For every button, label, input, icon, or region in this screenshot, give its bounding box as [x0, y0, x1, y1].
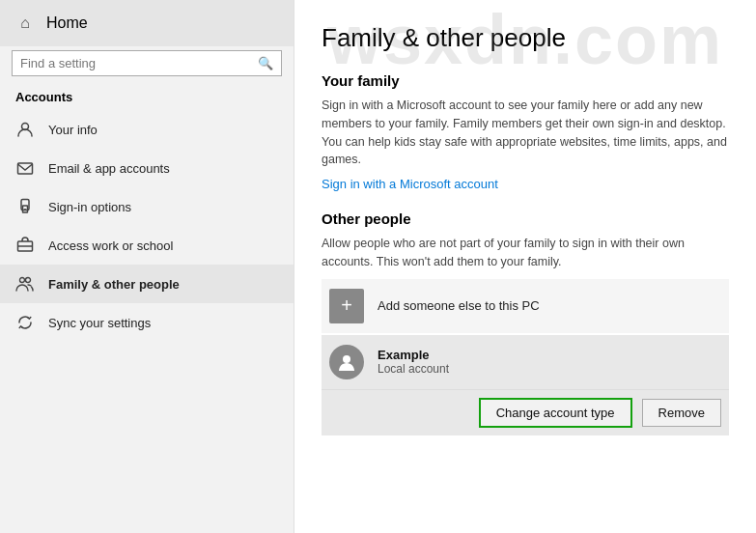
search-box[interactable]: 🔍 — [12, 50, 282, 76]
sidebar-item-email-app[interactable]: Email & app accounts — [0, 149, 294, 187]
sidebar-item-label-work-school: Access work or school — [48, 238, 173, 253]
ms-account-link[interactable]: Sign in with a Microsoft account — [322, 177, 729, 191]
user-row[interactable]: Example Local account — [322, 335, 729, 389]
user-type: Local account — [378, 362, 721, 376]
svg-point-4 — [24, 209, 26, 210]
svg-point-8 — [343, 355, 350, 363]
your-info-icon — [15, 120, 35, 139]
sidebar-item-sync[interactable]: Sync your settings — [0, 303, 294, 342]
svg-point-7 — [26, 278, 31, 283]
page-title: Family & other people — [322, 23, 729, 53]
main-content: wsxdn.com Family & other people Your fam… — [294, 0, 756, 533]
your-family-title: Your family — [322, 72, 729, 89]
svg-point-6 — [20, 278, 25, 283]
add-person-label: Add someone else to this PC — [378, 298, 540, 313]
your-family-section: Your family Sign in with a Microsoft acc… — [322, 72, 729, 191]
work-school-icon — [15, 236, 35, 255]
user-avatar — [329, 345, 364, 379]
your-family-desc: Sign in with a Microsoft account to see … — [322, 97, 729, 169]
other-people-desc: Allow people who are not part of your fa… — [322, 235, 729, 271]
sidebar-item-label-sign-in: Sign-in options — [48, 200, 131, 214]
sidebar-item-sign-in[interactable]: Sign-in options — [0, 187, 294, 226]
sidebar-item-label-your-info: Your info — [48, 123, 98, 137]
sidebar-item-family[interactable]: Family & other people — [0, 265, 294, 303]
home-button[interactable]: ⌂ Home — [0, 0, 294, 46]
user-name: Example — [378, 348, 721, 362]
home-label: Home — [46, 14, 88, 32]
other-people-title: Other people — [322, 210, 729, 227]
sidebar-item-work-school[interactable]: Access work or school — [0, 226, 294, 265]
family-icon — [15, 274, 35, 294]
add-person-row[interactable]: + Add someone else to this PC — [322, 279, 729, 333]
search-input[interactable] — [20, 56, 252, 70]
other-people-section: Other people Allow people who are not pa… — [322, 210, 729, 435]
sync-icon — [15, 313, 35, 332]
sidebar: ⌂ Home 🔍 Accounts Your info Email & app … — [0, 0, 294, 533]
user-info: Example Local account — [378, 348, 721, 376]
sidebar-item-label-email: Email & app accounts — [48, 161, 170, 176]
email-icon — [15, 158, 35, 178]
sidebar-item-your-info[interactable]: Your info — [0, 110, 294, 149]
sidebar-section-title: Accounts — [0, 84, 294, 110]
remove-button[interactable]: Remove — [642, 399, 721, 427]
search-icon: 🔍 — [258, 56, 273, 70]
sidebar-item-label-family: Family & other people — [48, 277, 180, 292]
home-icon: ⌂ — [15, 14, 35, 33]
sign-in-icon — [15, 197, 35, 216]
plus-icon: + — [329, 289, 364, 323]
change-account-type-button[interactable]: Change account type — [479, 398, 632, 428]
action-row: Change account type Remove — [322, 389, 729, 435]
svg-rect-1 — [18, 163, 33, 174]
sidebar-item-label-sync: Sync your settings — [48, 316, 151, 330]
